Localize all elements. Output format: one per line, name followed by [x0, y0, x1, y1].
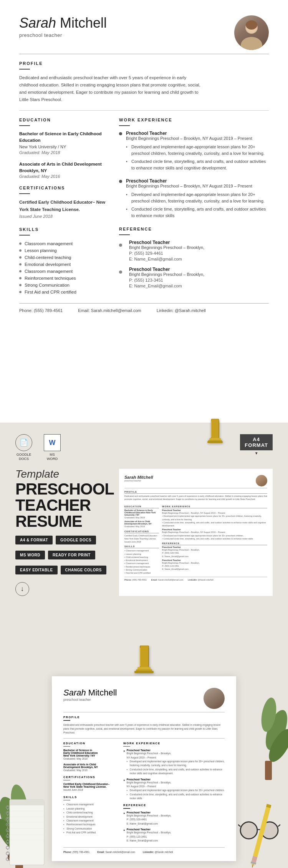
rp2-ref-2-title: Preschool Teacher: [127, 828, 171, 831]
cert-title: CERTIFICATIONS: [19, 186, 108, 190]
mini-resume-title: preschool teacher: [124, 480, 153, 482]
template-title-line1: PRESCHOOL: [15, 481, 108, 497]
education-title: EDUCATION: [19, 118, 108, 122]
footer-linkedin-value: @Sarah.mitchell: [175, 308, 206, 313]
work-company-1: Bright Beginnings Preschool – Brooklyn, …: [126, 136, 269, 141]
down-arrow[interactable]: ↓: [15, 582, 29, 596]
svg-rect-7: [207, 441, 223, 443]
skill-bullet: [19, 263, 22, 266]
rp2-skill-8: First Aid and CPR certified: [63, 831, 117, 835]
work-bullet-item: Conducted circle time, storytelling, art…: [126, 205, 269, 220]
svg-rect-10: [140, 646, 149, 669]
work-underline: [119, 125, 130, 126]
mini-footer-phone: Phone: (555) 789-4561: [124, 579, 147, 581]
mini-footer: Phone: (555) 789-4561 Email: Sarah.mitch…: [124, 577, 267, 581]
rp2-skills-bar: [63, 800, 70, 801]
rp2-skill-2: Lesson planning: [63, 807, 117, 811]
edu-date-2: Graduated: May 2016: [19, 174, 108, 179]
mini-divider: [124, 488, 267, 488]
rp2-work-bar: [123, 746, 130, 747]
binder-clip: [204, 419, 227, 451]
rp2-work-title: WORK EXPERIENCE: [123, 742, 225, 745]
rp2-edu-1-degree: Bachelor of Science inEarly Childhood Ed…: [63, 749, 117, 757]
template-title-line2: TEACHER: [15, 497, 108, 513]
svg-point-50: [241, 822, 257, 838]
svg-rect-26: [10, 800, 44, 865]
ref-row-1: Preschool Teacher Bright Beginnings Pres…: [119, 240, 269, 261]
mini-edu-2: Associate of Arts in Child Development B…: [124, 520, 159, 525]
skill-bullet: [19, 256, 22, 259]
ms-word-badge[interactable]: W MSWORD: [44, 434, 61, 461]
right-column: WORK EXPERIENCE Preschool Teacher Bright…: [119, 118, 269, 295]
profile-photo: [234, 15, 269, 50]
svg-point-3: [246, 20, 257, 30]
footer-phone-value: (555) 789-4561: [34, 308, 63, 313]
rp2-photo: [204, 688, 225, 709]
rp2-ref-2-co: Bright Beginnings Preschool – Brooklyn,: [127, 831, 171, 835]
rp2-footer: Phone: (555) 789-4561 Email: Sarah.mitch…: [63, 847, 225, 853]
google-docs-badge[interactable]: 📄 GOODLEDOCS: [15, 434, 32, 461]
footer-email-label: Email:: [78, 308, 90, 313]
skill-item: Classroom management: [19, 268, 108, 275]
left-column: EDUCATION Bachelor of Science in Early C…: [19, 118, 108, 295]
plant-right: [250, 684, 288, 780]
work-dot-1: [119, 132, 122, 135]
mini-col-right: WORK EXPERIENCE Preschool Teacher Bright…: [162, 503, 267, 574]
work-bullet-item: Developed and implemented age-appropriat…: [126, 143, 269, 158]
mini-cert-title: CERTIFICATIONS: [124, 530, 159, 533]
work-title-1: Preschool Teacher: [126, 131, 269, 136]
mini-photo: [256, 475, 267, 486]
mini-col-left: EDUCATION Bachelor of Science in Early C…: [124, 503, 159, 574]
badge-a4[interactable]: A4 & FORMAT: [15, 536, 53, 544]
work-bullets-2: Developed and implemented age-appropriat…: [126, 191, 269, 220]
badge-easy-edit[interactable]: EASY EDITABLE: [15, 566, 58, 574]
ref-email-1: E: Name_Email@gmail.com: [129, 257, 204, 261]
profile-section: PROFILE Dedicated and enthusiastic presc…: [19, 61, 269, 103]
resume-preview-large: Sarah Mitchell preschool teacher PROFILE…: [52, 676, 236, 861]
rp2-divider-1: [63, 712, 225, 712]
footer-phone: Phone: (555) 789-4561: [19, 308, 63, 313]
rp2-ref-2-phone: P: (555) 123-3451: [127, 835, 171, 839]
edu-degree-2: Associate of Arts in Child Development B…: [19, 161, 108, 174]
header-divider: [19, 54, 269, 54]
rp2-edu-bar: [63, 746, 70, 747]
skill-bullet: [19, 242, 22, 245]
skills-list: Classroom management Lesson planning Chi…: [19, 240, 108, 295]
badge-change-colors[interactable]: CHANGE COLORS: [61, 566, 106, 574]
rp2-ref-1-title: Preschool Teacher: [127, 811, 171, 814]
badge-ready-print[interactable]: READY FOR PRINT: [48, 551, 95, 559]
mini-resume-name: Sarah Mitchell: [124, 475, 153, 480]
mini-ref-2-co: Bright Beginnings Preschool – Brooklyn,P…: [162, 561, 267, 571]
skill-item: Child-centered teaching: [19, 254, 108, 261]
rp2-ref-1-co: Bright Beginnings Preschool – Brooklyn,: [127, 814, 171, 818]
rp2-work-2-title: Preschool Teacher: [127, 778, 225, 781]
work-entry-2: Preschool Teacher Bright Beginnings Pres…: [119, 178, 269, 220]
work-bullet-item: Developed and implemented age-appropriat…: [126, 191, 269, 205]
badge-google-docs[interactable]: GOOGLE DOCS: [56, 536, 96, 544]
badge-ms-word[interactable]: MS WORD: [15, 551, 45, 559]
work-entry-1: Preschool Teacher Bright Beginnings Pres…: [119, 131, 269, 172]
skill-bullet: [19, 270, 22, 272]
binder-clip-2: [131, 646, 157, 682]
badge-row: A4 & FORMAT GOOGLE DOCS: [15, 536, 108, 544]
template-label: Template: [15, 469, 108, 480]
main-content: EDUCATION Bachelor of Science in Early C…: [19, 118, 269, 295]
badge-row-2: MS WORD READY FOR PRINT: [15, 551, 108, 559]
rp2-ref-2-email: E: Name_Email@gmail.com: [127, 839, 171, 843]
mini-work-1-bullets: • Developed and implemented age-appropri…: [162, 514, 267, 527]
svg-rect-4: [211, 419, 219, 440]
candidate-title: preschool teacher: [19, 32, 107, 38]
rp2-work-entry-2: ● Preschool Teacher Bright Beginnings Pr…: [123, 778, 225, 801]
ms-word-label: MSWORD: [47, 453, 58, 461]
work-bullet-dot: [119, 132, 122, 135]
rp2-work-entry-1: ● Preschool Teacher Bright Beginnings Pr…: [123, 749, 225, 775]
rp2-skill-5: Classroom management: [63, 819, 117, 823]
rp2-edu-1-date: Graduated: May 2018: [63, 757, 117, 761]
svg-line-49: [278, 825, 280, 827]
work-experience-section: WORK EXPERIENCE Preschool Teacher Bright…: [119, 118, 269, 220]
section-divider: [19, 110, 269, 111]
skills-title: SKILLS: [19, 227, 108, 232]
work-bullet-item: Conducted circle time, storytelling, art…: [126, 158, 269, 172]
skill-item: First Aid and CPR certified: [19, 289, 108, 295]
rp2-ref-bar: [123, 808, 130, 809]
